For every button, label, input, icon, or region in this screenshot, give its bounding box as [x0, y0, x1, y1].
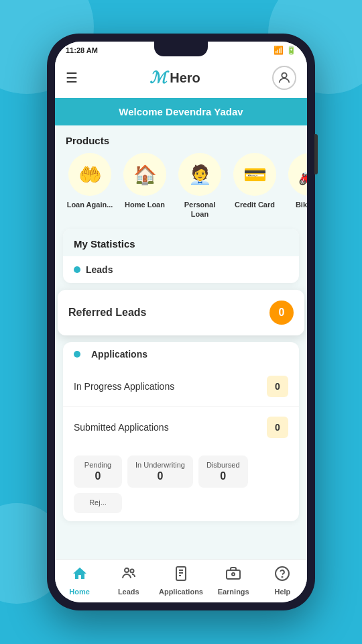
home-loan-icon: 🏠 — [123, 153, 166, 196]
svg-point-1 — [125, 568, 129, 572]
leads-dot — [74, 266, 80, 273]
pending-label: Pending — [82, 461, 114, 469]
svg-rect-7 — [227, 570, 240, 579]
logo: ℳ Hero — [149, 68, 200, 87]
credit-card-icon: 💳 — [233, 153, 276, 196]
rejected-badge: Rej... — [74, 493, 122, 513]
in-progress-count: 0 — [267, 376, 288, 397]
svg-point-10 — [282, 577, 283, 578]
products-section: Products 🤲 Loan Again... 🏠 Home Loan 🧑‍💼… — [55, 125, 307, 229]
welcome-text: Welcome Devendra Yadav — [119, 106, 243, 117]
statistics-section: My Statistics Leads — [63, 229, 299, 283]
nav-home[interactable]: Home — [61, 566, 99, 596]
applications-section: Applications In Progress Applications 0 … — [63, 342, 299, 521]
svg-point-2 — [130, 570, 133, 573]
home-nav-label: Home — [69, 588, 90, 596]
product-credit-card[interactable]: 💳 Credit Card — [231, 153, 279, 219]
submitted-label: Submitted Applications — [74, 422, 169, 433]
in-progress-label: In Progress Applications — [74, 381, 174, 392]
applications-label: Applications — [91, 349, 147, 360]
help-nav-label: Help — [274, 588, 290, 596]
home-loan-label: Home Loan — [125, 200, 165, 209]
logo-m: ℳ — [149, 68, 167, 87]
loan-again-icon: 🤲 — [68, 153, 111, 196]
submitted-row: Submitted Applications 0 — [63, 407, 299, 447]
underwriting-value: 0 — [135, 470, 185, 482]
applications-category: Applications — [63, 342, 299, 366]
leads-stat-row: Leads — [63, 256, 299, 283]
svg-point-0 — [282, 73, 286, 78]
earnings-nav-label: Earnings — [218, 588, 249, 596]
product-bike-loan[interactable]: 🏍️ Bike L... — [286, 153, 307, 219]
nav-earnings[interactable]: Earnings — [215, 566, 252, 596]
phone-frame: 11:28 AM 4.3KB/s 📶 🔋 ☰ ℳ Hero Welc — [47, 34, 315, 610]
personal-loan-label: Personal Loan — [176, 200, 224, 219]
in-progress-row: In Progress Applications 0 — [63, 366, 299, 407]
nav-applications[interactable]: Applications — [159, 566, 203, 596]
rejected-label: Rej... — [82, 498, 114, 506]
side-button — [314, 134, 318, 174]
hamburger-button[interactable]: ☰ — [66, 70, 78, 86]
welcome-banner: Welcome Devendra Yadav — [55, 98, 307, 125]
referred-leads-count: 0 — [269, 301, 294, 325]
bike-loan-label: Bike L... — [296, 200, 307, 209]
disbursed-label: Disbursed — [206, 461, 240, 469]
loan-again-label: Loan Again... — [67, 200, 113, 209]
submitted-count: 0 — [267, 417, 288, 438]
referred-leads-card: Referred Leads 0 — [58, 290, 304, 335]
notch — [154, 42, 208, 56]
bottom-nav: Home Leads — [55, 559, 307, 602]
pending-value: 0 — [82, 470, 114, 482]
disbursed-badge: Disbursed 0 — [198, 455, 248, 488]
personal-loan-icon: 🧑‍💼 — [178, 153, 221, 196]
underwriting-label: In Underwriting — [135, 461, 185, 469]
credit-card-label: Credit Card — [235, 200, 275, 209]
help-nav-icon — [274, 566, 290, 586]
applications-dot — [74, 351, 80, 358]
main-content: Products 🤲 Loan Again... 🏠 Home Loan 🧑‍💼… — [55, 125, 307, 559]
product-home-loan[interactable]: 🏠 Home Loan — [121, 153, 169, 219]
product-loan-again[interactable]: 🤲 Loan Again... — [66, 153, 114, 219]
svg-point-8 — [232, 573, 235, 576]
earnings-nav-icon — [225, 566, 241, 586]
nav-leads[interactable]: Leads — [110, 566, 147, 596]
products-list: 🤲 Loan Again... 🏠 Home Loan 🧑‍💼 Personal… — [55, 153, 307, 229]
disbursed-value: 0 — [206, 470, 240, 482]
nav-help[interactable]: Help — [263, 566, 301, 596]
applications-nav-icon — [173, 566, 189, 586]
leads-nav-label: Leads — [118, 588, 139, 596]
sub-badges-row: Pending 0 In Underwriting 0 Disbursed 0 … — [63, 447, 299, 521]
status-icons: 📶 🔋 — [274, 46, 296, 55]
signal-icon: 📶 — [274, 46, 284, 55]
leads-nav-icon — [121, 566, 137, 586]
status-time: 11:28 AM — [66, 46, 98, 54]
logo-hero: Hero — [170, 70, 200, 86]
underwriting-badge: In Underwriting 0 — [127, 455, 193, 488]
product-personal-loan[interactable]: 🧑‍💼 Personal Loan — [176, 153, 224, 219]
user-avatar-button[interactable] — [272, 66, 296, 90]
battery-icon: 🔋 — [286, 46, 296, 55]
products-title: Products — [55, 125, 307, 153]
pending-badge: Pending 0 — [74, 455, 122, 488]
leads-label: Leads — [86, 264, 113, 275]
header: ☰ ℳ Hero — [55, 59, 307, 98]
bike-loan-icon: 🏍️ — [288, 153, 307, 196]
statistics-title: My Statistics — [63, 229, 299, 256]
applications-nav-label: Applications — [159, 588, 203, 596]
phone-screen: 11:28 AM 4.3KB/s 📶 🔋 ☰ ℳ Hero Welc — [55, 42, 307, 602]
referred-leads-label: Referred Leads — [68, 307, 147, 319]
home-nav-icon — [72, 566, 88, 586]
